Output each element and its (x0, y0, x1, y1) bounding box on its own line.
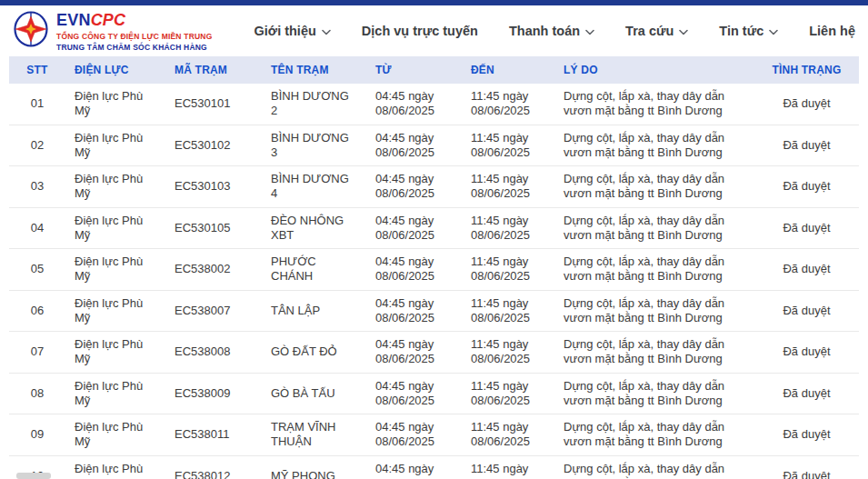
cell-ten-tram: TÂN LẬP (262, 304, 366, 318)
table-row[interactable]: 07 Điện lực Phù Mỹ EC538008 GÒ ĐẤT ĐỎ 04… (9, 332, 859, 374)
cell-tu: 04:45 ngày 08/06/2025 (366, 337, 462, 367)
cell-stt: 07 (9, 344, 65, 359)
cell-ly-do: Dựng cột, lắp xà, thay dây dẫn vươn mặt … (554, 296, 754, 326)
table-row[interactable]: 02 Điện lực Phù Mỹ EC530102 BÌNH DƯƠNG 3… (9, 125, 859, 167)
cell-ten-tram: TRẠM VĨNH THUẬN (262, 420, 366, 450)
cell-ly-do: Dựng cột, lắp xà, thay dây dẫn vươn mặt … (554, 89, 754, 119)
cell-dien-luc: Điện lực Phù Mỹ (65, 89, 165, 119)
nav-item-3[interactable]: Tra cứu (625, 24, 688, 38)
cell-ten-tram: GÒ ĐẤT ĐỎ (262, 344, 366, 359)
cell-dien-luc: Điện lực Phù Mỹ (65, 420, 165, 450)
cell-ly-do: Dựng cột, lắp xà, thay dây dẫn vươn mặt … (554, 214, 754, 244)
col-header-ma-tram: MÃ TRẠM (165, 64, 262, 76)
table-row[interactable]: 03 Điện lực Phù Mỹ EC530103 BÌNH DƯƠNG 4… (9, 166, 859, 208)
cell-tu: 04:45 ngày 08/06/2025 (366, 172, 462, 202)
cell-stt: 04 (9, 221, 65, 235)
cell-ten-tram: BÌNH DƯƠNG 2 (262, 89, 366, 119)
nav-item-label: Tra cứu (625, 24, 673, 38)
brand-tagline-2: TRUNG TÂM CHĂM SÓC KHÁCH HÀNG (56, 44, 213, 53)
table-row[interactable]: 01 Điện lực Phù Mỹ EC530101 BÌNH DƯƠNG 2… (9, 84, 859, 125)
cell-ten-tram: GÒ BÀ TẤU (262, 386, 366, 401)
cell-tu: 04:45 ngày 08/06/2025 (366, 462, 462, 479)
chevron-down-icon (679, 29, 688, 35)
col-header-ten-tram: TÊN TRẠM (262, 64, 366, 76)
cell-tinh-trang: Đã duyệt (754, 469, 859, 479)
cell-ma-tram: EC530102 (165, 138, 262, 153)
cell-tinh-trang: Đã duyệt (754, 96, 859, 111)
cell-dien-luc: Điện lực Phù Mỹ (65, 214, 165, 244)
cell-stt: 08 (9, 386, 65, 401)
cell-ten-tram: BÌNH DƯƠNG 3 (262, 131, 366, 161)
cell-den: 11:45 ngày 08/06/2025 (462, 379, 554, 409)
cell-tu: 04:45 ngày 08/06/2025 (366, 214, 462, 244)
cell-tu: 04:45 ngày 08/06/2025 (366, 89, 462, 119)
outage-schedule-table: STT ĐIỆN LỰC MÃ TRẠM TÊN TRẠM TỪ ĐẾN LÝ … (9, 56, 859, 479)
nav-item-5[interactable]: Liên hệ (809, 24, 855, 38)
table-body: 01 Điện lực Phù Mỹ EC530101 BÌNH DƯƠNG 2… (9, 84, 859, 479)
cell-stt: 05 (9, 262, 65, 276)
cell-ma-tram: EC538002 (165, 262, 262, 276)
cell-tinh-trang: Đã duyệt (754, 221, 859, 235)
cell-ma-tram: EC530105 (165, 221, 262, 235)
cell-tinh-trang: Đã duyệt (754, 386, 859, 401)
cell-den: 11:45 ngày 08/06/2025 (462, 89, 554, 119)
table-row[interactable]: 04 Điện lực Phù Mỹ EC530105 ĐÈO NHÔNG XB… (9, 208, 859, 250)
cell-ma-tram: EC538012 (165, 469, 262, 479)
cell-tinh-trang: Đã duyệt (754, 179, 859, 194)
table-row[interactable]: 06 Điện lực Phù Mỹ EC538007 TÂN LẬP 04:4… (9, 291, 859, 333)
cell-ly-do: Dựng cột, lắp xà, thay dây dẫn vươn mặt … (554, 462, 754, 479)
col-header-stt: STT (9, 64, 65, 76)
cell-dien-luc: Điện lực Phù Mỹ (65, 172, 165, 202)
table-row[interactable]: 09 Điện lực Phù Mỹ EC538011 TRẠM VĨNH TH… (9, 414, 859, 456)
cell-tinh-trang: Đã duyệt (754, 344, 859, 359)
col-header-tu: TỪ (366, 64, 462, 76)
nav-item-4[interactable]: Tin tức (719, 24, 778, 38)
brand-logo-block[interactable]: EVNCPC TỔNG CÔNG TY ĐIỆN LỰC MIỀN TRUNG … (13, 9, 213, 52)
col-header-den: ĐẾN (462, 64, 554, 76)
col-header-tinh-trang: TÌNH TRẠNG (754, 64, 859, 76)
main-nav: Giới thiệu Dịch vụ trực tuyến Thanh toán… (254, 24, 855, 38)
chevron-down-icon (769, 29, 778, 35)
cell-ten-tram: ĐÈO NHÔNG XBT (262, 214, 366, 244)
nav-item-label: Tin tức (719, 24, 763, 38)
cell-dien-luc: Điện lực Phù Mỹ (65, 296, 165, 326)
table-header-row: STT ĐIỆN LỰC MÃ TRẠM TÊN TRẠM TỪ ĐẾN LÝ … (9, 56, 859, 84)
cell-tu: 04:45 ngày 08/06/2025 (366, 254, 462, 284)
nav-item-label: Liên hệ (809, 24, 855, 38)
cell-stt: 02 (9, 138, 65, 153)
nav-item-label: Dịch vụ trực tuyến (362, 24, 478, 38)
cell-ly-do: Dựng cột, lắp xà, thay dây dẫn vươn mặt … (554, 379, 754, 409)
cell-ma-tram: EC538008 (165, 344, 262, 359)
cell-ten-tram: MỸ PHONG (262, 469, 366, 479)
table-row[interactable]: 10 Điện lực Phù Mỹ EC538012 MỸ PHONG 04:… (9, 456, 859, 479)
cell-ten-tram: PHƯỚC CHÁNH (262, 254, 366, 284)
cell-tu: 04:45 ngày 08/06/2025 (366, 379, 462, 409)
table-row[interactable]: 08 Điện lực Phù Mỹ EC538009 GÒ BÀ TẤU 04… (9, 374, 859, 415)
cell-stt: 01 (9, 96, 65, 111)
cell-den: 11:45 ngày 08/06/2025 (462, 462, 554, 479)
cell-den: 11:45 ngày 08/06/2025 (462, 337, 554, 367)
table-row[interactable]: 05 Điện lực Phù Mỹ EC538002 PHƯỚC CHÁNH … (9, 249, 859, 291)
evn-star-logo-icon (13, 10, 49, 48)
cell-tinh-trang: Đã duyệt (754, 138, 859, 153)
nav-item-label: Thanh toán (509, 24, 580, 38)
brand-name: EVNCPC (56, 11, 213, 30)
cell-tu: 04:45 ngày 08/06/2025 (366, 131, 462, 161)
cell-stt: 09 (9, 427, 65, 442)
cell-tu: 04:45 ngày 08/06/2025 (366, 420, 462, 450)
horizontal-scrollbar-thumb[interactable] (16, 473, 51, 479)
cell-tinh-trang: Đã duyệt (754, 304, 859, 318)
cell-ten-tram: BÌNH DƯƠNG 4 (262, 172, 366, 202)
cell-den: 11:45 ngày 08/06/2025 (462, 420, 554, 450)
cell-dien-luc: Điện lực Phù Mỹ (65, 254, 165, 284)
nav-item-2[interactable]: Thanh toán (509, 24, 594, 38)
cell-dien-luc: Điện lực Phù Mỹ (65, 462, 165, 479)
nav-item-0[interactable]: Giới thiệu (254, 24, 331, 38)
cell-den: 11:45 ngày 08/06/2025 (462, 131, 554, 161)
site-header: EVNCPC TỔNG CÔNG TY ĐIỆN LỰC MIỀN TRUNG … (0, 5, 868, 56)
nav-item-1[interactable]: Dịch vụ trực tuyến (362, 24, 478, 38)
cell-dien-luc: Điện lực Phù Mỹ (65, 379, 165, 409)
cell-ma-tram: EC538011 (165, 427, 262, 442)
chevron-down-icon (322, 29, 331, 35)
cell-den: 11:45 ngày 08/06/2025 (462, 254, 554, 284)
